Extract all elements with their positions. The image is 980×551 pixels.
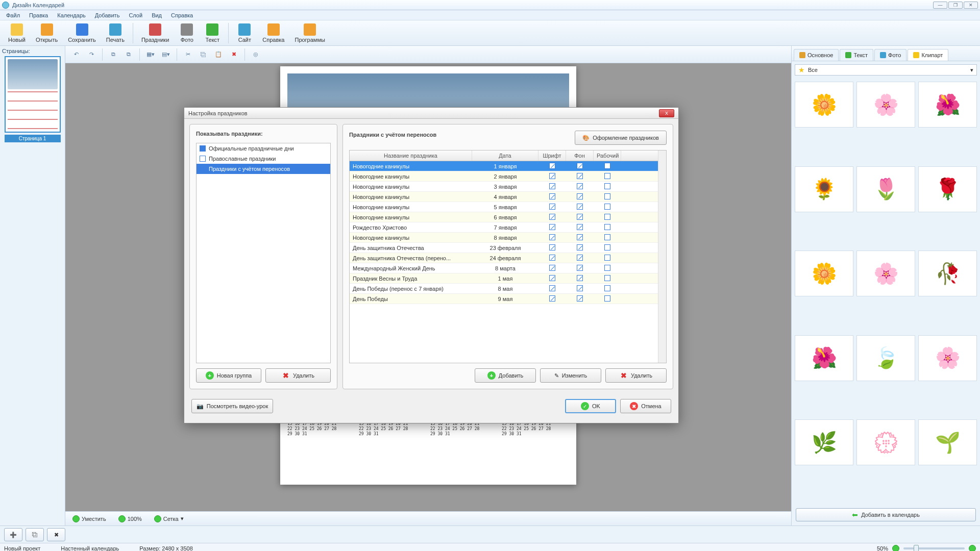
table-row[interactable]: День Победы (перенос с 7 января)8 мая xyxy=(350,284,658,294)
page-del-button[interactable]: ✖ xyxy=(47,528,65,541)
table-row[interactable]: Новогодние каникулы2 января xyxy=(350,171,658,182)
tb-Фото[interactable]: Фото xyxy=(174,21,200,45)
checkbox[interactable] xyxy=(577,285,583,291)
checkbox[interactable] xyxy=(577,224,583,230)
tb-Программы[interactable]: Программы xyxy=(289,21,330,45)
col-date[interactable]: Дата xyxy=(472,151,538,161)
group-checkbox[interactable] xyxy=(200,156,206,162)
cut-button[interactable]: ✂ xyxy=(181,48,194,61)
checkbox[interactable] xyxy=(577,204,583,210)
checkbox[interactable] xyxy=(604,244,610,251)
menu-5[interactable]: Вид xyxy=(148,11,166,19)
clipart-item[interactable]: 🌿 xyxy=(795,419,853,465)
add-to-calendar-button[interactable]: ⬅ Добавить в календарь xyxy=(796,508,976,521)
delete-button[interactable]: ✖ xyxy=(227,48,240,61)
col-bg[interactable]: Фон xyxy=(566,151,594,161)
clipart-item[interactable]: 🌸 xyxy=(856,251,915,296)
close-button[interactable]: ✕ xyxy=(964,2,978,9)
menu-4[interactable]: Слой xyxy=(125,11,146,19)
col-work[interactable]: Рабочий xyxy=(594,151,621,161)
tab-Клипарт[interactable]: Клипарт xyxy=(908,49,948,61)
preview-button[interactable]: ◎ xyxy=(249,48,262,61)
checkbox[interactable] xyxy=(549,285,555,291)
table-row[interactable]: День Победы9 мая xyxy=(350,294,658,304)
checkbox[interactable] xyxy=(549,244,555,251)
checkbox[interactable] xyxy=(604,275,610,281)
video-lesson-button[interactable]: 📷 Посмотреть видео-урок xyxy=(191,399,273,413)
checkbox[interactable] xyxy=(577,265,583,271)
holiday-edit-button[interactable]: ✎ Изменить xyxy=(540,368,601,383)
clipart-item[interactable]: 🌸 xyxy=(856,82,915,128)
tab-Фото[interactable]: Фото xyxy=(874,49,906,61)
tb-Открыть[interactable]: Открыть xyxy=(31,21,63,45)
checkbox[interactable] xyxy=(549,255,555,261)
table-row[interactable]: День защитника Отечества (перено...24 фе… xyxy=(350,253,658,263)
checkbox[interactable] xyxy=(604,193,610,199)
table-row[interactable]: Новогодние каникулы4 января xyxy=(350,192,658,202)
checkbox[interactable] xyxy=(577,234,583,240)
paste-button[interactable]: ⧉ xyxy=(122,48,135,61)
clipart-item[interactable]: 🌼 xyxy=(795,82,853,128)
paste2-button[interactable]: 📋 xyxy=(212,48,225,61)
distribute-button[interactable]: ▤▾ xyxy=(159,48,173,61)
checkbox[interactable] xyxy=(604,224,610,230)
clipart-item[interactable]: 🌺 xyxy=(795,335,853,381)
tb-Сохранить[interactable]: Сохранить xyxy=(63,21,101,45)
checkbox[interactable] xyxy=(549,204,555,210)
checkbox[interactable] xyxy=(604,214,610,220)
holiday-delete-button[interactable]: ✖Удалить xyxy=(605,368,667,383)
table-row[interactable]: День защитника Отечества23 февраля xyxy=(350,243,658,253)
holiday-add-button[interactable]: +Добавить xyxy=(475,368,536,383)
table-row[interactable]: Международный Женский День8 марта xyxy=(350,263,658,273)
clipart-item[interactable]: 🌸 xyxy=(918,335,977,381)
checkbox[interactable] xyxy=(549,193,555,199)
delete-group-button[interactable]: ✖Удалить xyxy=(265,368,331,383)
menu-2[interactable]: Календарь xyxy=(53,11,90,19)
table-row[interactable]: Новогодние каникулы5 января xyxy=(350,202,658,212)
checkbox[interactable] xyxy=(549,265,555,271)
checkbox[interactable] xyxy=(604,183,610,189)
zoom-in-button[interactable] xyxy=(969,545,976,552)
clipart-category-select[interactable]: ★ Все ▾ xyxy=(795,64,977,76)
checkbox[interactable] xyxy=(577,255,583,261)
page-add-button[interactable]: ➕ xyxy=(4,528,22,541)
checkbox[interactable] xyxy=(604,173,610,179)
clipart-item[interactable]: 🌼 xyxy=(795,251,853,296)
holiday-style-button[interactable]: 🎨 Оформление праздников xyxy=(575,131,667,145)
ok-button[interactable]: ✓OK xyxy=(565,399,616,413)
tb-Справка[interactable]: Справка xyxy=(257,21,289,45)
menu-1[interactable]: Правка xyxy=(25,11,52,19)
page-dup-button[interactable]: ⿻ xyxy=(26,528,44,541)
checkbox[interactable] xyxy=(549,295,555,302)
tb-Праздники[interactable]: Праздники xyxy=(136,21,174,45)
checkbox[interactable] xyxy=(577,244,583,251)
page-thumbnail[interactable] xyxy=(5,56,61,133)
checkbox[interactable] xyxy=(577,173,583,179)
clipart-item[interactable]: 🍃 xyxy=(856,335,915,381)
new-group-button[interactable]: +Новая группа xyxy=(196,368,261,383)
group-item[interactable]: Православные праздники xyxy=(197,154,330,164)
checkbox[interactable] xyxy=(577,275,583,281)
dialog-close-button[interactable]: X xyxy=(659,109,674,117)
clipart-item[interactable]: 💮 xyxy=(856,419,915,465)
col-font[interactable]: Шрифт xyxy=(538,151,566,161)
menu-6[interactable]: Справка xyxy=(167,11,197,19)
zoom-out-button[interactable] xyxy=(892,545,899,552)
redo-button[interactable]: ↷ xyxy=(85,48,98,61)
checkbox[interactable] xyxy=(549,173,555,179)
checkbox[interactable] xyxy=(604,163,610,169)
checkbox[interactable] xyxy=(604,295,610,302)
group-checkbox[interactable] xyxy=(200,166,206,172)
clipart-item[interactable]: 🌹 xyxy=(918,166,977,212)
clipart-item[interactable]: 🌷 xyxy=(856,166,915,212)
menu-0[interactable]: Файл xyxy=(2,11,24,19)
checkbox[interactable] xyxy=(604,234,610,240)
undo-button[interactable]: ↶ xyxy=(69,48,83,61)
checkbox[interactable] xyxy=(577,183,583,189)
clipart-item[interactable]: 🥀 xyxy=(918,251,977,296)
table-scrollbar[interactable] xyxy=(658,161,666,363)
align-button[interactable]: ▦▾ xyxy=(144,48,157,61)
clipart-item[interactable]: 🌱 xyxy=(918,419,977,465)
group-checkbox[interactable] xyxy=(200,145,206,152)
checkbox[interactable] xyxy=(604,255,610,261)
